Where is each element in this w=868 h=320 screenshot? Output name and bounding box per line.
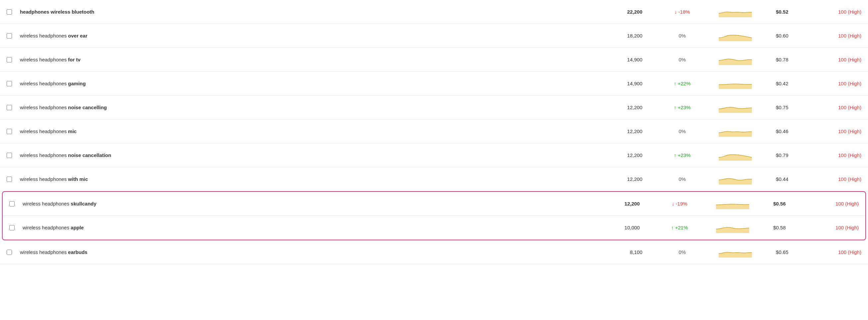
checkbox-col <box>7 105 20 110</box>
trend-neutral: 0% <box>679 57 686 62</box>
chart-col <box>706 199 759 209</box>
row-checkbox[interactable] <box>7 153 12 158</box>
chart-col <box>709 7 762 17</box>
keyword-text: wireless headphones apple <box>23 225 84 230</box>
cpc-col: $0.44 <box>762 176 802 182</box>
competition-col: 100 (High) <box>802 81 861 86</box>
trend-col: 0% <box>656 176 709 182</box>
cpc-col: $0.42 <box>762 81 802 86</box>
competition-value: 100 (High) <box>838 249 861 255</box>
cpc-col: $0.56 <box>759 201 799 206</box>
table-row: wireless headphones earbuds 8,100 0% $0.… <box>0 240 868 264</box>
checkbox-col <box>7 33 20 38</box>
chart-col <box>709 78 762 89</box>
competition-value: 100 (High) <box>838 105 861 110</box>
keyword-table: headphones wireless bluetooth 22,200 ↓ -… <box>0 0 868 264</box>
competition-col: 100 (High) <box>802 33 861 38</box>
keyword-col: wireless headphones for tv <box>20 57 602 62</box>
cpc-value: $0.78 <box>776 57 788 62</box>
chart-col <box>709 174 762 184</box>
trend-col: ↑ +21% <box>653 225 706 230</box>
keyword-col: wireless headphones mic <box>20 128 602 134</box>
checkbox-col <box>7 129 20 134</box>
trend-neutral: 0% <box>679 128 686 134</box>
table-row: wireless headphones with mic 12,200 0% $… <box>0 167 868 191</box>
keyword-col: wireless headphones over ear <box>20 33 602 38</box>
volume-value: 18,200 <box>627 33 642 38</box>
volume-value: 10,000 <box>624 225 640 230</box>
checkbox-col <box>7 153 20 158</box>
competition-col: 100 (High) <box>799 201 859 206</box>
cpc-value: $0.58 <box>773 225 786 230</box>
volume-col: 12,200 <box>602 128 656 134</box>
volume-col: 18,200 <box>602 33 656 38</box>
keyword-col: wireless headphones with mic <box>20 176 602 182</box>
cpc-col: $0.75 <box>762 105 802 110</box>
row-checkbox[interactable] <box>7 81 12 86</box>
table-row: wireless headphones skullcandy 12,200 ↓ … <box>3 192 865 216</box>
cpc-value: $0.79 <box>776 152 788 158</box>
volume-col: 12,200 <box>602 152 656 158</box>
row-checkbox[interactable] <box>7 33 12 38</box>
checkbox-col <box>7 81 20 86</box>
volume-col: 8,100 <box>602 249 656 255</box>
keyword-text: wireless headphones over ear <box>20 33 87 38</box>
cpc-col: $0.78 <box>762 57 802 62</box>
cpc-col: $0.58 <box>759 225 799 230</box>
table-row: headphones wireless bluetooth 22,200 ↓ -… <box>0 0 868 24</box>
trend-col: 0% <box>656 128 709 134</box>
volume-col: 14,900 <box>602 81 656 86</box>
volume-col: 12,200 <box>600 201 653 206</box>
row-checkbox[interactable] <box>7 57 12 62</box>
keyword-col: wireless headphones skullcandy <box>23 201 600 206</box>
competition-value: 100 (High) <box>838 33 861 38</box>
competition-col: 100 (High) <box>802 176 861 182</box>
volume-col: 12,200 <box>602 176 656 182</box>
competition-col: 100 (High) <box>802 152 861 158</box>
competition-value: 100 (High) <box>838 176 861 182</box>
trend-col: ↓ -19% <box>653 201 706 206</box>
checkbox-col <box>9 201 23 206</box>
cpc-col: $0.65 <box>762 249 802 255</box>
volume-value: 12,200 <box>624 201 640 206</box>
keyword-text: wireless headphones mic <box>20 128 76 134</box>
cpc-value: $0.56 <box>773 201 786 206</box>
keyword-text: wireless headphones earbuds <box>20 249 87 255</box>
volume-value: 12,200 <box>627 152 642 158</box>
checkbox-col <box>7 9 20 14</box>
trend-neutral: 0% <box>679 33 686 38</box>
trend-col: 0% <box>656 249 709 255</box>
cpc-value: $0.75 <box>776 105 788 110</box>
keyword-text: wireless headphones noise cancellation <box>20 152 111 158</box>
competition-col: 100 (High) <box>802 105 861 110</box>
cpc-value: $0.42 <box>776 81 788 86</box>
competition-col: 100 (High) <box>802 128 861 134</box>
row-checkbox[interactable] <box>9 225 14 230</box>
row-checkbox[interactable] <box>7 129 12 134</box>
row-checkbox[interactable] <box>7 9 12 14</box>
checkbox-col <box>7 177 20 182</box>
row-checkbox[interactable] <box>7 177 12 182</box>
keyword-col: headphones wireless bluetooth <box>20 9 602 14</box>
row-checkbox[interactable] <box>7 250 12 255</box>
row-checkbox[interactable] <box>7 105 12 110</box>
trend-neutral: 0% <box>679 176 686 182</box>
trend-col: ↑ +22% <box>656 81 709 86</box>
volume-value: 12,200 <box>627 176 642 182</box>
volume-value: 12,200 <box>627 128 642 134</box>
chart-col <box>709 150 762 161</box>
keyword-text: wireless headphones with mic <box>20 176 88 182</box>
keyword-text: wireless headphones skullcandy <box>23 201 97 206</box>
cpc-col: $0.60 <box>762 33 802 38</box>
volume-value: 22,200 <box>627 9 642 14</box>
chart-col <box>706 223 759 233</box>
competition-value: 100 (High) <box>838 152 861 158</box>
row-checkbox[interactable] <box>9 201 14 206</box>
table-row: wireless headphones over ear 18,200 0% $… <box>0 24 868 48</box>
trend-col: ↑ +23% <box>656 152 709 158</box>
keyword-col: wireless headphones gaming <box>20 81 602 86</box>
competition-col: 100 (High) <box>802 249 861 255</box>
competition-value: 100 (High) <box>835 225 859 230</box>
trend-col: 0% <box>656 57 709 62</box>
volume-col: 14,900 <box>602 57 656 62</box>
